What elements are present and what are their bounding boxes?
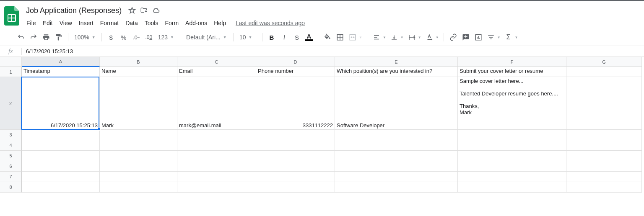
menu-file[interactable]: File [23, 18, 39, 28]
strikethrough-button[interactable]: S [291, 31, 303, 43]
menu-insert[interactable]: Insert [76, 18, 96, 28]
col-header-A[interactable]: A [22, 57, 100, 67]
bold-button[interactable]: B [266, 31, 278, 43]
column-headers: A B C D E F G [22, 57, 642, 67]
text-rotation-button[interactable]: ▼ [423, 31, 440, 43]
cell-A8[interactable] [22, 182, 100, 193]
insert-comment-button[interactable] [460, 31, 472, 43]
fill-color-button[interactable] [322, 31, 333, 43]
cells-grid: Timestamp Name Email Phone number Which … [22, 67, 642, 193]
cell-A7[interactable] [22, 172, 100, 182]
cloud-status-icon[interactable] [152, 7, 160, 14]
h-align-button[interactable]: ▼ [371, 31, 387, 43]
cell-A2[interactable]: 6/17/2020 15:25:13 [22, 77, 100, 130]
menu-addons[interactable]: Add-ons [182, 18, 210, 28]
selection-handle[interactable] [98, 128, 101, 131]
col-header-D[interactable]: D [256, 57, 335, 67]
star-icon[interactable] [128, 7, 136, 14]
document-title[interactable]: Job Application (Responses) [23, 5, 124, 16]
decrease-decimal-button[interactable]: .0_ [130, 31, 142, 43]
italic-button[interactable]: I [278, 31, 290, 43]
cell-E2[interactable]: Software Developer [335, 77, 458, 130]
col-header-C[interactable]: C [177, 57, 256, 67]
filter-button[interactable]: ▼ [485, 31, 502, 43]
menu-bar: File Edit View Insert Format Data Tools … [23, 17, 641, 29]
move-icon[interactable] [140, 7, 148, 14]
cell-E1[interactable]: Which position(s) are you interested in? [335, 67, 458, 77]
row-header-4[interactable]: 4 [0, 140, 22, 151]
fx-icon: fx [0, 48, 22, 55]
redo-button[interactable] [28, 31, 39, 43]
functions-button[interactable]: Σ▼ [503, 31, 519, 43]
paint-format-button[interactable] [53, 31, 65, 43]
col-header-B[interactable]: B [100, 57, 177, 67]
zoom-dropdown[interactable]: 100%▼ [72, 32, 98, 43]
undo-button[interactable] [15, 31, 27, 43]
row-headers: 1 2 3 4 5 6 7 8 [0, 67, 22, 193]
last-edit-link[interactable]: Last edit was seconds ago [236, 20, 305, 26]
cell-D2[interactable]: 3331112222 [256, 77, 335, 130]
toolbar: 100%▼ $ % .0_ .00 123▼ Default (Ari...▼ … [0, 29, 644, 46]
row-header-6[interactable]: 6 [0, 161, 22, 172]
row-header-7[interactable]: 7 [0, 172, 22, 182]
menu-help[interactable]: Help [211, 18, 229, 28]
menu-form[interactable]: Form [162, 18, 182, 28]
cell-G1[interactable] [566, 67, 642, 77]
row-header-8[interactable]: 8 [0, 182, 22, 193]
row-header-3[interactable]: 3 [0, 130, 22, 140]
v-align-button[interactable]: ▼ [388, 31, 405, 43]
row-header-5[interactable]: 5 [0, 151, 22, 161]
format-percent-button[interactable]: % [118, 31, 130, 43]
col-header-E[interactable]: E [335, 57, 458, 67]
select-all-corner[interactable] [0, 57, 22, 67]
font-family-dropdown[interactable]: Default (Ari...▼ [184, 32, 230, 43]
formula-bar: fx 6/17/2020 15:25:13 [0, 46, 644, 57]
row-header-2[interactable]: 2 [0, 77, 22, 130]
insert-chart-button[interactable] [473, 31, 484, 43]
formula-input[interactable]: 6/17/2020 15:25:13 [22, 48, 644, 54]
col-header-F[interactable]: F [458, 57, 566, 67]
cell-A5[interactable] [22, 151, 100, 161]
print-button[interactable] [40, 31, 52, 43]
cell-A3[interactable] [22, 130, 100, 140]
menu-tools[interactable]: Tools [142, 18, 161, 28]
cell-C2[interactable]: mark@email.mail [177, 77, 256, 130]
cell-A1[interactable]: Timestamp [22, 67, 100, 77]
header: Job Application (Responses) File Edit Vi… [0, 1, 644, 29]
cell-A6[interactable] [22, 161, 100, 172]
col-header-G[interactable]: G [566, 57, 642, 67]
cell-G2[interactable] [566, 77, 642, 130]
insert-link-button[interactable] [447, 31, 459, 43]
cell-A4[interactable] [22, 140, 100, 151]
menu-edit[interactable]: Edit [40, 18, 56, 28]
borders-button[interactable] [334, 31, 346, 43]
cell-F1[interactable]: Submit your cover letter or resume [458, 67, 566, 77]
format-currency-button[interactable]: $ [105, 31, 117, 43]
row-header-1[interactable]: 1 [0, 67, 22, 77]
menu-view[interactable]: View [57, 18, 75, 28]
font-size-dropdown[interactable]: 10▼ [237, 32, 259, 43]
menu-data[interactable]: Data [122, 18, 141, 28]
increase-decimal-button[interactable]: .00 [143, 31, 155, 43]
sheets-logo[interactable] [3, 5, 20, 27]
cell-B2[interactable]: Mark [100, 77, 177, 130]
more-formats-dropdown[interactable]: 123▼ [156, 32, 177, 43]
text-wrap-button[interactable]: ▼ [406, 31, 423, 43]
text-color-button[interactable]: A [304, 33, 314, 41]
cell-C1[interactable]: Email [177, 67, 256, 77]
cell-D1[interactable]: Phone number [256, 67, 335, 77]
cell-F2[interactable]: Sample cover letter here... Talented Dev… [458, 77, 566, 130]
merge-cells-button[interactable]: ▼ [347, 31, 364, 43]
menu-format[interactable]: Format [97, 18, 122, 28]
cell-B1[interactable]: Name [100, 67, 177, 77]
